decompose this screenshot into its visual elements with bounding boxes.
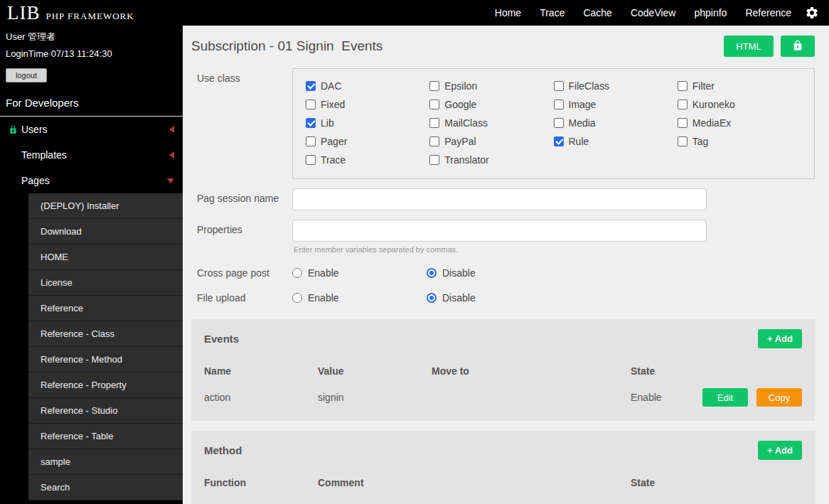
pag-session-name-input[interactable] xyxy=(292,188,707,210)
top-nav-home[interactable]: Home xyxy=(486,0,530,26)
top-nav-phpinfo[interactable]: phpinfo xyxy=(685,0,736,26)
subscription-form: Use class DACFixedLibPagerTraceEpsilonGo… xyxy=(191,68,815,304)
sidebar-page-download[interactable]: Download xyxy=(28,219,183,245)
checkbox-dac[interactable]: DAC xyxy=(306,77,429,95)
method-panel: Method + Add FunctionCommentState xyxy=(191,431,815,504)
method-add-button[interactable]: + Add xyxy=(758,441,802,460)
logout-button[interactable]: logout xyxy=(6,68,47,82)
checkbox-mediaex[interactable]: MediaEx xyxy=(678,114,801,132)
checkbox-label: MailClass xyxy=(444,117,488,129)
checkbox-box xyxy=(678,100,688,109)
cell-value: signin xyxy=(318,392,432,403)
checkbox-filter[interactable]: Filter xyxy=(678,77,801,95)
checkbox-box xyxy=(554,81,564,91)
checkbox-trace[interactable]: Trace xyxy=(306,151,429,169)
settings-gear-icon[interactable] xyxy=(801,6,829,20)
top-nav-reference[interactable]: Reference xyxy=(736,0,801,26)
radio-label: Disable xyxy=(442,267,476,279)
chevron-down-icon xyxy=(167,178,174,183)
sidebar-page-license[interactable]: License xyxy=(28,270,183,296)
top-nav-cache[interactable]: Cache xyxy=(574,0,621,26)
checkbox-label: Google xyxy=(444,99,476,110)
lock-button[interactable] xyxy=(781,36,815,57)
checkbox-fileclass[interactable]: FileClass xyxy=(554,77,678,95)
top-nav-codeview[interactable]: CodeView xyxy=(621,0,685,26)
checkbox-media[interactable]: Media xyxy=(554,114,678,132)
sidebar-page-reference[interactable]: Reference xyxy=(28,296,183,321)
radio-circle xyxy=(292,293,302,303)
radio-file-upload-disable[interactable]: Disable xyxy=(427,292,561,304)
column-header: Name xyxy=(204,365,318,377)
checkbox-box xyxy=(678,118,688,128)
events-title: Events xyxy=(204,333,239,345)
properties-input[interactable] xyxy=(292,220,707,242)
checkbox-paypal[interactable]: PayPal xyxy=(429,132,553,151)
radio-circle xyxy=(292,268,302,278)
file-upload-label: File upload xyxy=(191,288,292,304)
sidebar-page-home[interactable]: HOME xyxy=(28,245,183,270)
app-logo[interactable]: LIB PHP FRAMEWORK xyxy=(0,4,134,23)
checkbox-label: FileClass xyxy=(569,80,610,92)
row-actions: EditCopy xyxy=(702,388,802,407)
sidebar-item-label: Pages xyxy=(21,175,50,186)
radio-label: Enable xyxy=(308,292,339,304)
sidebar-page-search[interactable]: Search xyxy=(28,475,183,500)
copy-button[interactable]: Copy xyxy=(756,388,802,407)
top-nav-trace[interactable]: Trace xyxy=(530,0,574,26)
sidebar-page-reference-table[interactable]: Reference - Table xyxy=(28,424,183,449)
edit-button[interactable]: Edit xyxy=(702,388,748,407)
sidebar-item-pages[interactable]: Pages xyxy=(0,168,183,193)
checkbox-pager[interactable]: Pager xyxy=(306,132,429,151)
checkbox-label: Kuroneko xyxy=(692,99,735,110)
checkbox-box xyxy=(429,100,439,109)
html-button[interactable]: HTML xyxy=(724,36,774,57)
checkbox-image[interactable]: Image xyxy=(554,95,678,114)
events-table-header: NameValueMove toState xyxy=(204,365,802,377)
sidebar-item-templates[interactable]: Templates xyxy=(0,142,183,168)
checkbox-label: Image xyxy=(569,99,597,110)
method-table-header: FunctionCommentState xyxy=(204,477,802,488)
checkbox-lib[interactable]: Lib xyxy=(306,114,429,132)
checkbox-box xyxy=(429,118,439,128)
checkbox-mailclass[interactable]: MailClass xyxy=(429,114,553,132)
checkbox-tag[interactable]: Tag xyxy=(678,132,801,151)
column-header: Move to xyxy=(432,365,631,377)
checkbox-label: Filter xyxy=(692,80,715,92)
checkbox-epsilon[interactable]: Epsilon xyxy=(429,77,553,95)
sidebar-section-title: For Developers xyxy=(0,85,183,117)
sidebar-page-sample[interactable]: sample xyxy=(28,449,183,475)
checkbox-box xyxy=(306,100,316,109)
top-bar: LIB PHP FRAMEWORK HomeTraceCacheCodeView… xyxy=(0,0,829,26)
checkbox-box xyxy=(429,81,439,91)
checkbox-label: Media xyxy=(569,117,596,129)
sidebar-page-reference-property[interactable]: Reference - Property xyxy=(28,372,183,398)
checkbox-box xyxy=(429,155,439,165)
checkbox-kuroneko[interactable]: Kuroneko xyxy=(678,95,801,114)
checkbox-fixed[interactable]: Fixed xyxy=(306,95,429,114)
checkbox-box xyxy=(429,136,439,146)
checkbox-google[interactable]: Google xyxy=(429,95,553,114)
sidebar-page-reference-method[interactable]: Reference - Method xyxy=(28,347,183,372)
sidebar-page-deploy-installer[interactable]: (DEPLOY) Installer xyxy=(28,193,183,219)
cell-name: action xyxy=(204,392,318,403)
checkbox-rule[interactable]: Rule xyxy=(554,132,678,151)
use-class-box: DACFixedLibPagerTraceEpsilonGoogleMailCl… xyxy=(292,68,815,179)
main-content: Subscription - 01 Signin Events HTML Use… xyxy=(183,26,829,504)
checkbox-label: Pager xyxy=(321,136,347,147)
radio-file-upload-enable[interactable]: Enable xyxy=(292,292,427,304)
checkbox-label: Translator xyxy=(444,154,489,166)
checkbox-translator[interactable]: Translator xyxy=(429,151,553,169)
events-table-body: actionsigninEnableEditCopy xyxy=(204,388,802,407)
checkbox-box xyxy=(306,136,316,146)
radio-label: Disable xyxy=(442,292,476,304)
sidebar-item-users[interactable]: Users xyxy=(0,117,183,142)
login-time: LoginTime 07/13 11:24:30 xyxy=(0,43,183,59)
radio-cross-page-post-enable[interactable]: Enable xyxy=(292,267,427,279)
sidebar-page-reference-studio[interactable]: Reference - Studio xyxy=(28,398,183,424)
cell-state: Enable xyxy=(631,392,702,403)
checkbox-box xyxy=(678,136,688,146)
page-title: Subscription - 01 Signin Events xyxy=(191,38,383,54)
radio-cross-page-post-disable[interactable]: Disable xyxy=(427,267,561,279)
sidebar-page-reference-class[interactable]: Reference - Class xyxy=(28,321,183,347)
events-add-button[interactable]: + Add xyxy=(758,329,802,348)
